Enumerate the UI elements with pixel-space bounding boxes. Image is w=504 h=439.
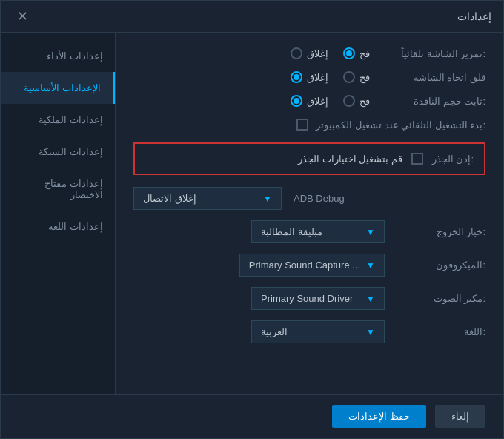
adb-debug-row: إغلاق الاتصال ▼ ADB Debug [133,187,485,210]
sidebar-item-property[interactable]: إعدادات الملكية [1,104,115,136]
screen-mirror-label: :تمرير الشاشة تلقائياً [382,48,485,59]
fixed-window-row: :ثابت حجم النافذة فح إغلاق [133,95,485,107]
root-section: :إذن الجذر قم بتشغيل اختيارات الجذر [133,142,485,175]
fixed-window-off-radio[interactable] [291,95,302,107]
language-row: :اللغة العربية ▼ [133,320,485,343]
fixed-window-on-option[interactable]: فح [343,95,370,107]
main-panel: :تمرير الشاشة تلقائياً فح إغلاق قلق اتجا… [116,33,503,394]
save-button[interactable]: حفظ الإعدادات [332,405,426,428]
sidebar-item-network[interactable]: إعدادات الشبكة [1,136,115,168]
screen-mirror-off-label: إغلاق [307,48,328,59]
microphone-dropdown[interactable]: Primary Sound Capture ... ▼ [239,254,385,277]
screen-mirror-row: :تمرير الشاشة تلقائياً فح إغلاق [133,47,485,59]
adb-debug-value: إغلاق الاتصال [143,193,196,204]
exit-option-row: :خيار الخروج مبليقة المطالبة ▼ [133,220,485,243]
speaker-dropdown[interactable]: Primary Sound Driver ▼ [251,287,385,310]
language-value: العربية [261,326,288,337]
fixed-window-radio-group: فح إغلاق [291,95,370,107]
fixed-window-on-radio[interactable] [343,95,355,107]
flip-screen-off-option[interactable]: إغلاق [291,71,328,83]
microphone-row: :الميكروفون Primary Sound Capture ... ▼ [133,254,485,277]
speaker-label: :مكبر الصوت [397,293,485,304]
sidebar: إعدادات الأداء الإعدادات الأساسية إعدادا… [1,33,116,394]
flip-screen-on-label: فح [359,72,370,83]
screen-mirror-on-option[interactable]: فح [343,47,370,59]
fixed-window-off-label: إغلاق [307,96,328,107]
auto-start-row: :بدء التشغيل التلقائي عند تشغيل الكمبيوت… [133,119,485,131]
title-bar: ✕ إعدادات [1,1,503,33]
sidebar-item-performance[interactable]: إعدادات الأداء [1,40,115,72]
sidebar-item-shortcut[interactable]: إعدادات مفتاح الاختصار [1,168,115,211]
root-enable-label: قم بتشغيل اختيارات الجذر [298,154,402,165]
screen-mirror-on-radio[interactable] [343,47,355,59]
language-label: :اللغة [397,326,485,337]
flip-screen-off-radio[interactable] [291,71,302,83]
exit-option-value: مبليقة المطالبة [261,226,322,237]
language-dropdown[interactable]: العربية ▼ [251,320,385,343]
adb-debug-dropdown[interactable]: إغلاق الاتصال ▼ [133,187,282,210]
screen-mirror-radio-group: فح إغلاق [291,47,370,59]
adb-debug-arrow-icon: ▼ [263,194,272,204]
settings-dialog: ✕ إعدادات إعدادات الأداء الإعدادات الأسا… [0,0,504,439]
screen-mirror-off-option[interactable]: إغلاق [291,47,328,59]
root-label: :إذن الجذر [432,154,474,165]
footer: إلغاء حفظ الإعدادات [1,394,503,438]
root-checkbox[interactable] [411,153,423,165]
speaker-arrow-icon: ▼ [366,294,375,304]
screen-mirror-on-label: فح [359,48,370,59]
dialog-title: إعدادات [457,10,491,22]
microphone-arrow-icon: ▼ [366,260,375,271]
flip-screen-radio-group: فح إغلاق [291,71,370,83]
microphone-label: :الميكروفون [397,260,485,271]
flip-screen-on-radio[interactable] [343,71,355,83]
cancel-button[interactable]: إلغاء [435,405,485,428]
content-area: إعدادات الأداء الإعدادات الأساسية إعدادا… [1,33,503,394]
fixed-window-off-option[interactable]: إغلاق [291,95,328,107]
flip-screen-off-label: إغلاق [307,72,328,83]
speaker-row: :مكبر الصوت Primary Sound Driver ▼ [133,287,485,310]
sidebar-item-language[interactable]: إعدادات اللغة [1,211,115,242]
flip-screen-label: قلق اتجاه الشاشة [382,72,485,83]
exit-option-dropdown[interactable]: مبليقة المطالبة ▼ [251,220,385,243]
microphone-value: Primary Sound Capture ... [249,260,360,271]
language-arrow-icon: ▼ [366,327,375,337]
exit-option-label: :خيار الخروج [397,226,485,237]
adb-debug-label: ADB Debug [294,193,353,204]
flip-screen-row: قلق اتجاه الشاشة فح إغلاق [133,71,485,83]
auto-start-checkbox[interactable] [296,119,308,131]
close-button[interactable]: ✕ [13,8,33,24]
speaker-value: Primary Sound Driver [261,293,353,304]
fixed-window-on-label: فح [359,96,370,107]
flip-screen-on-option[interactable]: فح [343,71,370,83]
exit-option-arrow-icon: ▼ [366,227,375,237]
screen-mirror-off-radio[interactable] [291,47,302,59]
auto-start-label: :بدء التشغيل التلقائي عند تشغيل الكمبيوت… [316,119,485,131]
fixed-window-label: :ثابت حجم النافذة [382,96,485,107]
sidebar-item-basic[interactable]: الإعدادات الأساسية [1,72,115,104]
